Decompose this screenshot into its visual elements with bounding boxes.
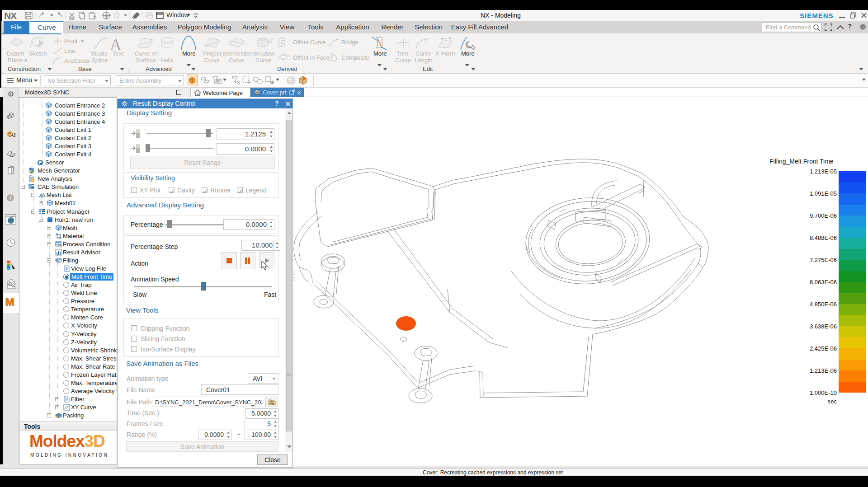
- svg-text:i: i: [9, 195, 11, 201]
